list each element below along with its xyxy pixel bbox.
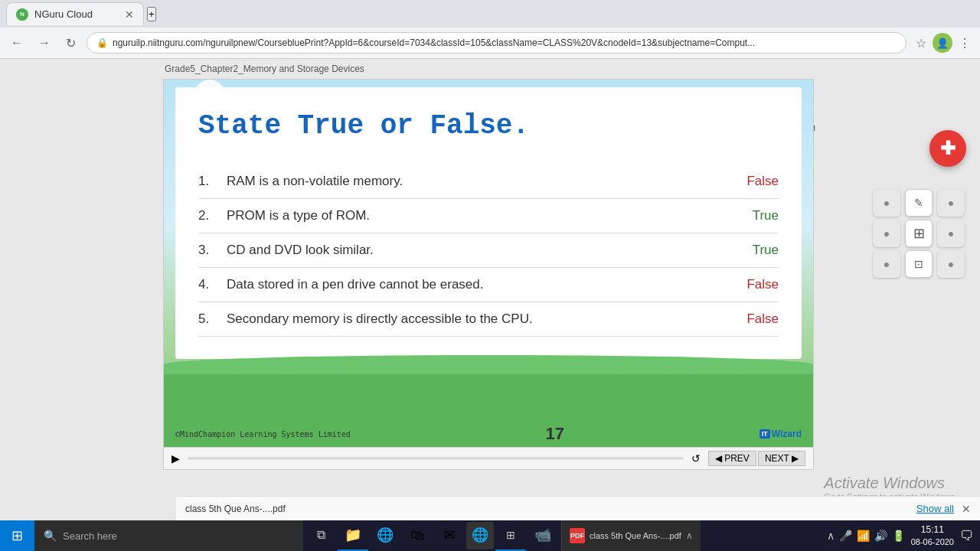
ft-grid-button-right[interactable]: ● bbox=[937, 220, 965, 247]
wizard-logo: IT Wizard bbox=[760, 429, 802, 439]
taskbar: ⊞ 🔍 Search here ⧉ 📁 🌐 🛍 ✉ 🌐 ⊞ 📹 PDF clas… bbox=[0, 520, 980, 551]
date-text: 08-06-2020 bbox=[911, 536, 954, 548]
taskbar-apps: ⧉ 📁 🌐 🛍 ✉ 🌐 ⊞ 📹 bbox=[302, 520, 561, 551]
answer-3: True bbox=[753, 243, 779, 258]
pdf-filename: class 5th Que Ans-....pdf bbox=[590, 531, 681, 540]
q-num-2: 2. bbox=[198, 208, 217, 223]
progress-bar[interactable] bbox=[188, 457, 684, 460]
taskbar-app-chrome[interactable]: 🌐 bbox=[466, 522, 494, 549]
taskbar-chevron-icon[interactable]: ∧ bbox=[827, 530, 835, 542]
it-badge: IT bbox=[760, 429, 770, 439]
taskbar-time[interactable]: 15:11 08-06-2020 bbox=[911, 523, 954, 548]
reload-button[interactable]: ↻ bbox=[61, 33, 80, 54]
address-bar: ← → ↻ 🔒 nguruilp.niitnguru.com/nguruilpn… bbox=[0, 28, 980, 58]
start-icon: ⊞ bbox=[11, 527, 23, 544]
copyright-text: ©MindChampion Learning Systems Limited bbox=[175, 430, 351, 439]
slide-background: NIIT nguru State True or False. 1. RAM i… bbox=[164, 80, 813, 447]
answer-2: True bbox=[753, 208, 779, 223]
q-num-5: 5. bbox=[198, 311, 217, 327]
ft-edit-button[interactable]: ✎ bbox=[905, 189, 933, 217]
taskbar-app-explorer[interactable]: 📁 bbox=[338, 520, 368, 551]
tab-title: NGuru Cloud bbox=[34, 8, 93, 20]
wizard-text: Wizard bbox=[772, 429, 802, 439]
taskbar-app-ie[interactable]: 🌐 bbox=[370, 520, 400, 551]
forward-button[interactable]: → bbox=[34, 33, 55, 53]
close-tab-button[interactable]: ✕ bbox=[125, 8, 134, 21]
taskbar-search-text: Search here bbox=[63, 530, 117, 542]
show-all-button[interactable]: Show all bbox=[916, 503, 954, 514]
new-tab-button[interactable]: + bbox=[147, 7, 156, 21]
question-item-4: 4. Data stored in a pen drive cannot be … bbox=[198, 268, 779, 302]
questions-list: 1. RAM is a non-volatile memory. False 2… bbox=[198, 165, 779, 337]
taskbar-system-icons: ∧ 🎤 📶 🔊 🔋 bbox=[827, 530, 905, 542]
q-num-3: 3. bbox=[198, 243, 217, 258]
bookmark-star-button[interactable]: ☆ bbox=[913, 33, 929, 54]
q-text-5: Secondary memory is directly accessible … bbox=[227, 311, 533, 327]
slide-controls: ▶ ↺ ◀ PREV NEXT ▶ bbox=[163, 448, 814, 470]
q-text-3: CD and DVD look similar. bbox=[227, 243, 374, 258]
question-item-1: 1. RAM is a non-volatile memory. False bbox=[198, 165, 779, 199]
url-bar[interactable]: 🔒 nguruilp.niitnguru.com/nguruilpnew/Cou… bbox=[87, 32, 906, 54]
url-text: nguruilp.niitnguru.com/nguruilpnew/Cours… bbox=[113, 37, 755, 48]
breadcrumb: Grade5_Chapter2_Memory and Storage Devic… bbox=[0, 59, 980, 79]
tab-bar: N NGuru Cloud ✕ + bbox=[0, 0, 980, 28]
taskbar-app-itwindow[interactable]: ⊞ bbox=[495, 520, 526, 551]
answer-5: False bbox=[746, 311, 779, 327]
ft-grid-button-left[interactable]: ● bbox=[873, 220, 900, 247]
ft-zoom-button[interactable]: ⊡ bbox=[905, 250, 933, 278]
notification-text: class 5th Que Ans-....pdf bbox=[185, 504, 286, 514]
taskbar-volume-icon[interactable]: 🔊 bbox=[874, 530, 887, 542]
ft-button-1[interactable]: ● bbox=[873, 189, 900, 217]
slide-content-area: State True or False. 1. RAM is a non-vol… bbox=[175, 87, 802, 359]
back-button[interactable]: ← bbox=[6, 33, 28, 53]
taskbar-battery-icon[interactable]: 🔋 bbox=[892, 530, 905, 542]
floating-toolbar: ● ✎ ● ● ⊞ ● ● ⊡ ● bbox=[873, 189, 965, 278]
slide-title: State True or False. bbox=[198, 110, 779, 142]
next-button[interactable]: NEXT ▶ bbox=[758, 451, 805, 466]
browser-chrome: N NGuru Cloud ✕ + ← → ↻ 🔒 nguruilp.niitn… bbox=[0, 0, 980, 59]
taskbar-app-store[interactable]: 🛍 bbox=[402, 520, 433, 551]
question-item-5: 5. Secondary memory is directly accessib… bbox=[198, 302, 779, 337]
taskbar-app-taskview[interactable]: ⧉ bbox=[305, 520, 336, 551]
slide-container: NIIT nguru State True or False. 1. RAM i… bbox=[163, 79, 814, 448]
time-text: 15:11 bbox=[911, 523, 954, 536]
q-text-2: PROM is a type of ROM. bbox=[227, 208, 370, 223]
ft-row-mid: ● ⊞ ● bbox=[873, 220, 965, 247]
nav-controls: ◀ PREV NEXT ▶ bbox=[708, 451, 805, 466]
taskbar-notification-icon[interactable]: 🗨 bbox=[960, 528, 974, 544]
notification-dismiss-button[interactable]: ✕ bbox=[962, 503, 971, 515]
ft-button-2[interactable]: ● bbox=[937, 189, 965, 217]
question-item-3: 3. CD and DVD look similar. True bbox=[198, 233, 779, 268]
start-button[interactable]: ⊞ bbox=[0, 520, 34, 551]
taskbar-app-camera[interactable]: 📹 bbox=[528, 520, 558, 551]
q-left-3: 3. CD and DVD look similar. bbox=[198, 243, 374, 258]
taskbar-mic-icon[interactable]: 🎤 bbox=[839, 530, 852, 542]
q-left-1: 1. RAM is a non-volatile memory. bbox=[198, 174, 403, 189]
refresh-button[interactable]: ↺ bbox=[691, 452, 701, 465]
activate-windows-text: Activate Windows bbox=[824, 474, 957, 492]
taskbar-search[interactable]: 🔍 Search here bbox=[34, 520, 302, 551]
answer-4: False bbox=[746, 277, 779, 292]
play-button[interactable]: ▶ bbox=[172, 452, 180, 465]
taskbar-right: ∧ 🎤 📶 🔊 🔋 15:11 08-06-2020 🗨 bbox=[821, 523, 980, 548]
active-tab[interactable]: N NGuru Cloud ✕ bbox=[6, 2, 144, 25]
q-left-5: 5. Secondary memory is directly accessib… bbox=[198, 311, 533, 327]
taskbar-app-mail[interactable]: ✉ bbox=[434, 520, 465, 551]
q-left-4: 4. Data stored in a pen drive cannot be … bbox=[198, 277, 484, 292]
profile-button[interactable]: 👤 bbox=[933, 33, 952, 53]
slide-wrapper: NIIT nguru State True or False. 1. RAM i… bbox=[164, 80, 813, 447]
menu-button[interactable]: ⋮ bbox=[956, 33, 974, 54]
answer-1: False bbox=[746, 174, 779, 189]
fab-button[interactable]: ✚ bbox=[929, 130, 966, 167]
ft-button-3[interactable]: ● bbox=[873, 250, 900, 278]
grass-top bbox=[164, 355, 813, 374]
pdf-taskbar-item[interactable]: PDF class 5th Que Ans-....pdf ∧ bbox=[561, 520, 701, 551]
ft-center-button[interactable]: ⊞ bbox=[905, 220, 933, 247]
pdf-close-button[interactable]: ∧ bbox=[686, 530, 693, 541]
ft-button-4[interactable]: ● bbox=[937, 250, 965, 278]
browser-toolbar-icons: ☆ 👤 ⋮ bbox=[913, 33, 974, 54]
question-item-2: 2. PROM is a type of ROM. True bbox=[198, 199, 779, 233]
taskbar-wifi-icon[interactable]: 📶 bbox=[857, 530, 870, 542]
page-content: Grade5_Chapter2_Memory and Storage Devic… bbox=[0, 59, 980, 547]
prev-button[interactable]: ◀ PREV bbox=[708, 451, 756, 466]
